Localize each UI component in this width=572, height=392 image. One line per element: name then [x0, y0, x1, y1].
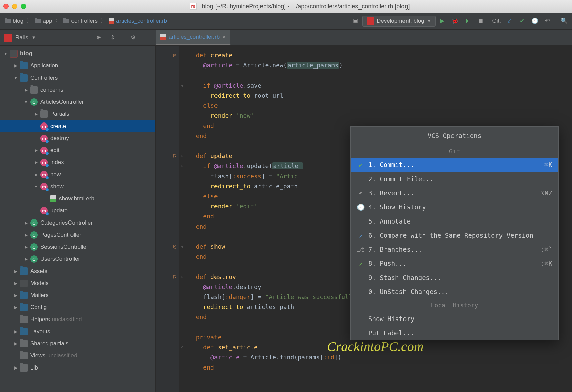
tree-twisty-icon[interactable]: ▼ — [23, 100, 29, 104]
stop-button[interactable]: ◼ — [476, 16, 485, 26]
vcs-menu-item[interactable]: ↗8. Push...⇧⌘K — [351, 256, 558, 271]
tree-twisty-icon[interactable]: ▼ — [3, 51, 9, 56]
fold-icon[interactable]: ⊖ — [179, 151, 185, 161]
editor-tab[interactable]: articles_controller.rb × — [156, 30, 231, 45]
tree-twisty-icon[interactable]: ▶ — [13, 293, 19, 298]
fold-icon[interactable]: ⊖ — [179, 272, 185, 282]
vcs-menu-item[interactable]: ↶3. Revert...⌥⌘Z — [351, 186, 558, 200]
code-line[interactable]: render 'new' — [189, 111, 572, 121]
debug-button[interactable]: 🐞 — [450, 16, 460, 26]
tree-twisty-icon[interactable]: ▶ — [23, 220, 29, 225]
close-window-icon[interactable] — [3, 4, 9, 9]
tree-twisty-icon[interactable]: ▼ — [33, 184, 39, 189]
tree-item-index[interactable]: ▶mindex — [0, 156, 155, 168]
minimize-window-icon[interactable] — [12, 4, 17, 9]
maximize-window-icon[interactable] — [21, 4, 26, 9]
hide-icon[interactable]: — — [142, 33, 152, 42]
fold-icon[interactable]: ⊖ — [179, 342, 185, 352]
tree-item-layouts[interactable]: ▶Layouts — [0, 326, 155, 338]
tree-item-pagescontroller[interactable]: ▶CPagesController — [0, 229, 155, 241]
git-pull-icon[interactable]: ↙ — [505, 16, 514, 26]
tree-twisty-icon[interactable]: ▶ — [13, 269, 19, 274]
code-line[interactable]: else — [189, 101, 572, 111]
vcs-menu-item[interactable]: 5. Annotate — [351, 214, 558, 228]
tree-item-config[interactable]: ▶Config — [0, 301, 155, 313]
vcs-menu-item[interactable]: 2. Commit File... — [351, 172, 558, 186]
gear-icon[interactable]: ⚙ — [128, 33, 138, 42]
search-icon[interactable]: 🔍 — [559, 16, 569, 26]
tree-item-edit[interactable]: ▶medit — [0, 144, 155, 156]
code-line[interactable]: end — [189, 362, 572, 373]
tree-twisty-icon[interactable]: ▶ — [13, 365, 19, 370]
tree-item-mailers[interactable]: ▶Mailers — [0, 289, 155, 301]
tree-twisty-icon[interactable]: ▶ — [33, 172, 39, 177]
git-revert-icon[interactable]: ↶ — [543, 16, 552, 26]
fold-icon[interactable]: ⊖ — [179, 81, 185, 91]
tree-twisty-icon[interactable]: ▶ — [23, 233, 29, 237]
tree-item-application[interactable]: ▶Application — [0, 60, 155, 72]
tree-twisty-icon[interactable]: ▶ — [23, 245, 29, 249]
run-button[interactable]: ▶ — [438, 16, 447, 26]
tree-item-assets[interactable]: ▶Assets — [0, 265, 155, 277]
tree-item-blog[interactable]: ▼blog — [0, 48, 155, 60]
vcs-menu-item[interactable]: ✔1. Commit...⌘K — [351, 158, 558, 172]
code-line[interactable] — [189, 70, 572, 81]
tree-item-models[interactable]: ▶Models — [0, 277, 155, 289]
tree-twisty-icon[interactable]: ▶ — [13, 329, 19, 334]
git-commit-icon[interactable]: ✔ — [517, 16, 527, 26]
vcs-menu-item[interactable]: ↗6. Compare with the Same Repository Ver… — [351, 228, 558, 242]
tree-item-concerns[interactable]: ▶concerns — [0, 84, 155, 96]
code-line[interactable]: redirect_to root_url — [189, 91, 572, 101]
vcs-menu-item[interactable]: 9. Stash Changes... — [351, 271, 558, 285]
vcs-menu-item[interactable]: ⎇7. Branches...⇧⌘` — [351, 242, 558, 256]
project-tree[interactable]: ▼blog▶Application▼Controllers▶concerns▼C… — [0, 46, 156, 392]
tree-item-shared-partials[interactable]: ▶Shared partials — [0, 338, 155, 350]
breadcrumb-item[interactable]: app — [33, 17, 53, 25]
tree-item-show-html-erb[interactable]: show.html.erb — [0, 193, 155, 205]
tree-item-partials[interactable]: ▶Partials — [0, 108, 155, 120]
tree-twisty-icon[interactable]: ▶ — [33, 160, 39, 165]
tree-item-views[interactable]: Viewsunclassified — [0, 350, 155, 362]
tree-item-sessionscontroller[interactable]: ▶CSessionsController — [0, 241, 155, 253]
run-target-icon[interactable]: ▣ — [351, 16, 360, 26]
tree-twisty-icon[interactable]: ▼ — [13, 76, 19, 80]
gutter-action-icon[interactable]: ⎘ — [173, 50, 176, 60]
fold-icon[interactable]: ⊖ — [179, 161, 185, 171]
code-line[interactable]: if @article.save — [189, 81, 572, 91]
tree-twisty-icon[interactable]: ▶ — [23, 88, 29, 92]
tree-item-new[interactable]: ▶mnew — [0, 168, 155, 181]
tree-item-articlescontroller[interactable]: ▼CArticlesController — [0, 96, 155, 108]
tree-item-helpers[interactable]: Helpersunclassified — [0, 313, 155, 326]
code-line[interactable]: def create — [189, 50, 572, 60]
fold-icon[interactable]: ⊖ — [179, 242, 185, 252]
vcs-menu-item[interactable]: Show History — [351, 312, 558, 326]
breadcrumb-item[interactable]: articles_controller.rb — [107, 17, 169, 25]
breadcrumb-item[interactable]: blog — [3, 17, 25, 25]
tree-item-categoriescontroller[interactable]: ▶CCategoriesController — [0, 217, 155, 229]
collapse-all-icon[interactable]: ⇕ — [108, 33, 117, 42]
tree-twisty-icon[interactable]: ▶ — [13, 305, 19, 310]
vcs-menu-item[interactable]: 🕘4. Show History — [351, 200, 558, 214]
tree-item-lib[interactable]: ▶Lib — [0, 362, 155, 374]
rails-view-selector[interactable]: Rails ▼ — [4, 34, 36, 42]
run-config-selector[interactable]: Development: blog ▼ — [362, 16, 436, 27]
breadcrumb-item[interactable]: controllers — [62, 17, 99, 25]
tree-twisty-icon[interactable]: ▶ — [13, 63, 19, 68]
tree-twisty-icon[interactable]: ▶ — [13, 281, 19, 286]
code-line[interactable]: @article = Article.new(article_params) — [189, 60, 572, 70]
gutter-action-icon[interactable]: ⎘ — [173, 272, 176, 282]
tree-item-controllers[interactable]: ▼Controllers — [0, 72, 155, 84]
coverage-button[interactable]: ⏵ — [463, 16, 473, 26]
tree-item-userscontroller[interactable]: ▶CUsersController — [0, 253, 155, 265]
tree-twisty-icon[interactable]: ▶ — [23, 257, 29, 261]
gutter-action-icon[interactable]: ⎘ — [173, 151, 176, 161]
tree-twisty-icon[interactable]: ▶ — [13, 341, 19, 346]
tree-item-create[interactable]: mcreate — [0, 120, 155, 132]
git-history-icon[interactable]: 🕘 — [530, 16, 539, 26]
tree-item-update[interactable]: mupdate — [0, 205, 155, 217]
tree-twisty-icon[interactable]: ▶ — [33, 112, 39, 116]
tree-twisty-icon[interactable]: ▶ — [33, 148, 39, 153]
tree-item-destroy[interactable]: mdestroy — [0, 132, 155, 144]
scroll-to-source-icon[interactable]: ⊕ — [94, 33, 103, 42]
code-editor[interactable]: ⎘⎘⎘⎘ ⊖⊖⊖⊖⊖⊖ def create @article = Articl… — [156, 46, 572, 392]
